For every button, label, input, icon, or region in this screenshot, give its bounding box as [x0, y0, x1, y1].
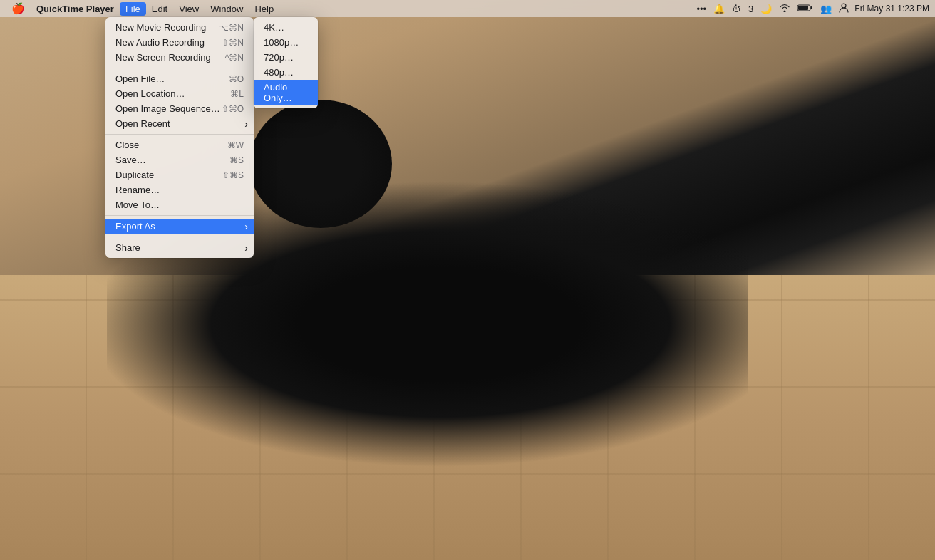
export-4k[interactable]: 4K… — [254, 20, 318, 35]
notification-icon: 🔔 — [712, 4, 726, 14]
battery-count: 3 — [747, 4, 755, 14]
menu-open-recent[interactable]: Open Recent — [105, 116, 254, 131]
export-1080p[interactable]: 1080p… — [254, 35, 318, 50]
menu-move-to[interactable]: Move To… — [105, 197, 254, 212]
file-menu-dropdown: New Movie Recording ⌥⌘N New Audio Record… — [105, 17, 254, 258]
datetime: Fri May 31 1:23 PM — [854, 4, 929, 14]
menu-open-file[interactable]: Open File… ⌘O — [105, 71, 254, 86]
menu-open-image-sequence[interactable]: Open Image Sequence… ⇧⌘O — [105, 101, 254, 116]
divider-2 — [105, 134, 254, 135]
menubar: 🍎 QuickTime Player File Edit View Window… — [0, 0, 935, 17]
divider-1 — [105, 68, 254, 68]
export-audio-only[interactable]: Audio Only… — [254, 80, 318, 105]
svg-rect-1 — [811, 6, 812, 9]
clock-icon: ⏱ — [730, 4, 743, 14]
menu-edit[interactable]: Edit — [146, 2, 173, 16]
menu-new-screen[interactable]: New Screen Recording ^⌘N — [105, 50, 254, 65]
svg-rect-2 — [798, 6, 808, 10]
svg-point-3 — [842, 4, 846, 8]
user-icon — [837, 3, 850, 15]
apple-logo[interactable]: 🍎 — [6, 2, 31, 15]
menu-rename[interactable]: Rename… — [105, 182, 254, 197]
app-name[interactable]: QuickTime Player — [31, 2, 120, 16]
menu-new-audio[interactable]: New Audio Recording ⇧⌘N — [105, 35, 254, 50]
export-720p[interactable]: 720p… — [254, 50, 318, 65]
cat-head — [249, 100, 392, 228]
menubar-right: ••• 🔔 ⏱ 3 🌙 👥 Fri May 31 1:2 — [695, 3, 929, 15]
menu-window[interactable]: Window — [205, 2, 249, 16]
wifi-icon — [778, 4, 792, 14]
menu-close[interactable]: Close ⌘W — [105, 138, 254, 152]
dots-icon: ••• — [695, 4, 708, 14]
menu-open-location[interactable]: Open Location… ⌘L — [105, 86, 254, 101]
menu-view[interactable]: View — [173, 2, 205, 16]
menu-export-as[interactable]: Export As — [105, 219, 254, 234]
menu-new-movie[interactable]: New Movie Recording ⌥⌘N — [105, 20, 254, 35]
menubar-left: 🍎 QuickTime Player File Edit View Window… — [6, 2, 279, 16]
divider-4 — [105, 237, 254, 237]
export-as-submenu: 4K… 1080p… 720p… 480p… Audio Only… — [254, 17, 318, 108]
battery-icon — [796, 4, 815, 14]
menu-share[interactable]: Share — [105, 240, 254, 255]
export-480p[interactable]: 480p… — [254, 65, 318, 80]
menu-duplicate[interactable]: Duplicate ⇧⌘S — [105, 167, 254, 182]
menu-help[interactable]: Help — [249, 2, 279, 16]
moon-icon: 🌙 — [759, 4, 773, 14]
menu-file[interactable]: File — [120, 2, 146, 16]
divider-3 — [105, 215, 254, 216]
menu-save[interactable]: Save… ⌘S — [105, 152, 254, 167]
screen-share-icon: 👥 — [819, 4, 833, 14]
